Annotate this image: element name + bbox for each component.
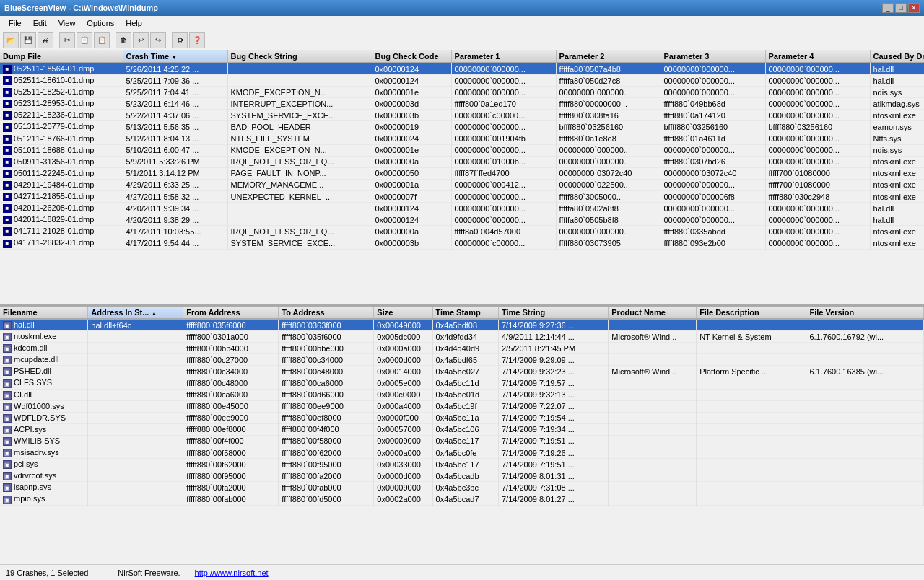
crash-icon: ■ bbox=[3, 146, 12, 155]
driver-icon: ▣ bbox=[3, 321, 12, 330]
crash-icon: ■ bbox=[3, 100, 12, 108]
menu-file[interactable]: File bbox=[3, 17, 27, 29]
crash-icon: ■ bbox=[3, 240, 12, 248]
th-param1[interactable]: Parameter 1 bbox=[451, 50, 556, 63]
app-title: BlueScreenView - C:\Windows\Minidump bbox=[4, 4, 158, 12]
driver-icon: ▣ bbox=[3, 460, 12, 469]
crash-row-8[interactable]: ■050911-31356-01.dmp5/9/2011 5:33:26 PMI… bbox=[0, 156, 924, 167]
maximize-button[interactable]: □ bbox=[895, 3, 907, 13]
driver-list-scroll[interactable]: Filename Address In St... ▲ From Address… bbox=[0, 307, 924, 564]
crash-row-6[interactable]: ■051211-18766-01.dmp5/12/2011 8:04:13 ..… bbox=[0, 133, 924, 144]
driver-row-6[interactable]: ▣CI.dllfffff880`00ca6000fffff880`00d6600… bbox=[0, 389, 924, 400]
toolbar-btn-delete[interactable]: 🗑 bbox=[116, 32, 131, 48]
toolbar-btn-print[interactable]: 🖨 bbox=[38, 32, 53, 48]
toolbar-btn-help[interactable]: ❓ bbox=[189, 32, 205, 48]
driver-row-11[interactable]: ▣msisadrv.sysfffff880`00f58000fffff880`0… bbox=[0, 447, 924, 459]
th-time-stamp[interactable]: Time Stamp bbox=[432, 307, 498, 319]
driver-row-7[interactable]: ▣Wdf01000.sysfffff880`00e45000fffff880`0… bbox=[0, 400, 924, 412]
th-to-addr[interactable]: To Address bbox=[279, 307, 374, 319]
driver-icon: ▣ bbox=[3, 483, 12, 492]
toolbar-btn-copy[interactable]: 📋 bbox=[77, 32, 92, 48]
th-from-addr[interactable]: From Address bbox=[183, 307, 279, 319]
driver-row-13[interactable]: ▣vdrvroot.sysfffff880`00f95000fffff880`0… bbox=[0, 470, 924, 482]
toolbar-btn-undo[interactable]: ↩ bbox=[133, 32, 149, 48]
window-controls: _ □ ✕ bbox=[882, 3, 920, 13]
titlebar: BlueScreenView - C:\Windows\Minidump _ □… bbox=[0, 0, 924, 16]
driver-row-0[interactable]: ▣hal.dllhal.dll+f64cfffff800`035f6000fff… bbox=[0, 319, 924, 331]
crash-list-pane: Dump File Crash Time ▼ Bug Check String … bbox=[0, 50, 924, 307]
crash-row-10[interactable]: ■042911-19484-01.dmp4/29/2011 6:33:25 ..… bbox=[0, 179, 924, 190]
menubar: File Edit View Options Help bbox=[0, 16, 924, 30]
crash-row-0[interactable]: ■052511-18564-01.dmp5/26/2011 4:25:22 ..… bbox=[0, 63, 924, 75]
driver-row-3[interactable]: ▣mcupdate.dllfffff880`00c27000fffff880`0… bbox=[0, 354, 924, 366]
status-freeware: NirSoft Freeware. bbox=[118, 568, 180, 577]
menu-edit[interactable]: Edit bbox=[27, 17, 53, 29]
menu-help[interactable]: Help bbox=[120, 17, 148, 29]
menu-view[interactable]: View bbox=[53, 17, 82, 29]
driver-row-5[interactable]: ▣CLFS.SYSfffff880`00c48000fffff880`00ca6… bbox=[0, 377, 924, 389]
driver-row-15[interactable]: ▣mpio.sysfffff880`00fab000fffff880`00fd5… bbox=[0, 493, 924, 505]
driver-icon: ▣ bbox=[3, 333, 12, 341]
close-button[interactable]: ✕ bbox=[908, 3, 920, 13]
th-file-desc[interactable]: File Description bbox=[697, 307, 806, 319]
toolbar-btn-cut[interactable]: ✂ bbox=[59, 32, 75, 48]
th-crash-time[interactable]: Crash Time ▼ bbox=[123, 50, 227, 63]
crash-row-5[interactable]: ■051311-20779-01.dmp5/13/2011 5:56:35 ..… bbox=[0, 121, 924, 133]
crash-icon: ■ bbox=[3, 204, 12, 213]
crash-list-scroll[interactable]: Dump File Crash Time ▼ Bug Check String … bbox=[0, 50, 924, 304]
minimize-button[interactable]: _ bbox=[882, 3, 894, 13]
driver-icon: ▣ bbox=[3, 391, 12, 400]
driver-row-8[interactable]: ▣WDFLDR.SYSfffff880`00ee9000fffff880`00e… bbox=[0, 412, 924, 423]
main-content: Dump File Crash Time ▼ Bug Check String … bbox=[0, 50, 924, 564]
crash-row-12[interactable]: ■042011-26208-01.dmp4/20/2011 9:39:34 ..… bbox=[0, 203, 924, 214]
driver-table-body: ▣hal.dllhal.dll+f64cfffff800`035f6000fff… bbox=[0, 319, 924, 505]
crash-row-1[interactable]: ■052511-18610-01.dmp5/25/2011 7:09:36 ..… bbox=[0, 75, 924, 87]
crash-table: Dump File Crash Time ▼ Bug Check String … bbox=[0, 50, 924, 250]
th-param3[interactable]: Parameter 3 bbox=[661, 50, 765, 63]
crash-row-3[interactable]: ■052311-28953-01.dmp5/23/2011 6:14:46 ..… bbox=[0, 98, 924, 110]
crash-row-9[interactable]: ■050111-22245-01.dmp5/1/2011 3:14:12 PMP… bbox=[0, 167, 924, 179]
toolbar-btn-redo[interactable]: ↪ bbox=[150, 32, 166, 48]
th-dump-file[interactable]: Dump File bbox=[0, 50, 123, 63]
crash-icon: ■ bbox=[3, 158, 12, 167]
th-param4[interactable]: Parameter 4 bbox=[765, 50, 870, 63]
driver-table: Filename Address In St... ▲ From Address… bbox=[0, 307, 924, 506]
th-addr-in-stack[interactable]: Address In St... ▲ bbox=[88, 307, 183, 319]
th-bug-check-string[interactable]: Bug Check String bbox=[227, 50, 372, 63]
crash-row-14[interactable]: ■041711-21028-01.dmp4/17/2011 10:03:55..… bbox=[0, 226, 924, 237]
driver-row-10[interactable]: ▣WMILIB.SYSfffff880`00f4f000fffff880`00f… bbox=[0, 435, 924, 447]
crash-icon: ■ bbox=[3, 181, 12, 190]
toolbar-btn-settings[interactable]: ⚙ bbox=[172, 32, 188, 48]
driver-row-1[interactable]: ▣ntoskrnl.exefffff800`0301a000fffff800`0… bbox=[0, 331, 924, 343]
crash-row-4[interactable]: ■052211-18236-01.dmp5/22/2011 4:37:06 ..… bbox=[0, 110, 924, 121]
driver-row-14[interactable]: ▣isapnp.sysfffff880`00fa2000fffff880`00f… bbox=[0, 482, 924, 493]
th-size[interactable]: Size bbox=[374, 307, 432, 319]
crash-row-13[interactable]: ■042011-18829-01.dmp4/20/2011 9:38:29 ..… bbox=[0, 214, 924, 226]
th-bug-check-code[interactable]: Bug Check Code bbox=[372, 50, 451, 63]
driver-row-4[interactable]: ▣PSHED.dllfffff880`00c34000fffff880`00c4… bbox=[0, 366, 924, 377]
crash-icon: ■ bbox=[3, 65, 12, 74]
th-product-name[interactable]: Product Name bbox=[609, 307, 697, 319]
toolbar-btn-new[interactable]: 📂 bbox=[3, 32, 19, 48]
status-divider bbox=[103, 567, 103, 579]
th-param2[interactable]: Parameter 2 bbox=[556, 50, 661, 63]
crash-icon: ■ bbox=[3, 111, 12, 120]
crash-row-7[interactable]: ■051011-18688-01.dmp5/10/2011 6:00:47 ..… bbox=[0, 144, 924, 156]
driver-row-9[interactable]: ▣ACPI.sysfffff880`00ef8000fffff880`00f4f… bbox=[0, 423, 924, 435]
statusbar: 19 Crashes, 1 Selected NirSoft Freeware.… bbox=[0, 564, 924, 580]
driver-icon: ▣ bbox=[3, 414, 12, 423]
menu-options[interactable]: Options bbox=[81, 17, 120, 29]
crash-row-15[interactable]: ■041711-26832-01.dmp4/17/2011 9:54:44 ..… bbox=[0, 237, 924, 249]
driver-icon: ▣ bbox=[3, 344, 12, 353]
th-time-string[interactable]: Time String bbox=[498, 307, 608, 319]
driver-row-2[interactable]: ▣kdcom.dllfffff800`00bb4000fffff800`00bb… bbox=[0, 343, 924, 354]
toolbar-btn-save[interactable]: 💾 bbox=[20, 32, 36, 48]
crash-row-2[interactable]: ■052511-18252-01.dmp5/25/2011 7:04:41 ..… bbox=[0, 87, 924, 98]
th-file-ver[interactable]: File Version bbox=[806, 307, 924, 319]
driver-row-12[interactable]: ▣pci.sysfffff880`00f62000fffff880`00f950… bbox=[0, 459, 924, 470]
toolbar-btn-paste[interactable]: 📋 bbox=[94, 32, 110, 48]
crash-row-11[interactable]: ■042711-21855-01.dmp4/27/2011 5:58:32 ..… bbox=[0, 191, 924, 203]
th-caused-driver[interactable]: Caused By Driver bbox=[870, 50, 924, 63]
th-filename[interactable]: Filename bbox=[0, 307, 88, 319]
status-link[interactable]: http://www.nirsoft.net bbox=[195, 568, 269, 577]
